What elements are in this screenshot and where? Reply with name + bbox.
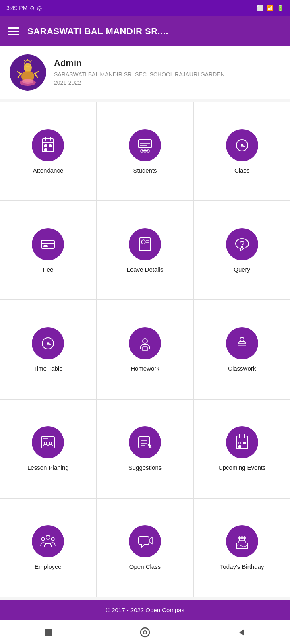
suggestions-label: Suggestions [128, 464, 162, 471]
nav-back-button[interactable] [236, 626, 248, 638]
employee-icon [39, 533, 57, 550]
query-label: Query [234, 266, 250, 273]
grid-item-open-class[interactable]: Open Class [97, 499, 193, 597]
menu-grid: Attendance Students [0, 102, 290, 597]
grid-item-homework[interactable]: Homework [97, 300, 193, 398]
svg-point-81 [241, 537, 243, 539]
grid-item-fee[interactable]: Fee [0, 201, 96, 299]
circle-icon: ⊙ [30, 5, 35, 11]
fee-icon [39, 235, 57, 253]
class-icon [233, 136, 251, 154]
app-header: SARASWATI BAL MANDIR SR.... [0, 16, 290, 46]
svg-point-49 [240, 337, 244, 341]
svg-rect-13 [42, 139, 54, 152]
svg-point-84 [141, 628, 149, 637]
battery-icon: 🔋 [277, 5, 284, 11]
grid-item-employee[interactable]: Employee [0, 499, 96, 597]
grid-item-suggestions[interactable]: Suggestions [97, 400, 193, 498]
svg-rect-18 [49, 145, 51, 147]
timetable-icon-circle [32, 327, 64, 359]
svg-point-46 [143, 339, 147, 343]
svg-point-36 [141, 240, 145, 244]
classwork-label: Classwork [228, 365, 256, 372]
timetable-label: Time Table [33, 365, 63, 372]
homework-icon-circle [129, 327, 161, 359]
lesson-icon [39, 433, 57, 451]
grid-item-class[interactable]: Class [194, 102, 290, 200]
attendance-label: Attendance [33, 167, 63, 174]
svg-rect-34 [44, 246, 47, 247]
profile-section: Admin SARASWATI BAL MANDIR SR. SEC. SCHO… [0, 46, 290, 99]
query-icon [233, 235, 251, 253]
birthday-icon-circle [226, 525, 258, 557]
svg-point-80 [239, 537, 240, 539]
svg-rect-70 [239, 446, 241, 448]
attendance-icon-circle [32, 129, 64, 161]
svg-rect-59 [139, 437, 150, 448]
svg-rect-35 [139, 238, 151, 251]
svg-point-12 [22, 79, 33, 84]
grid-item-students[interactable]: Students [97, 102, 193, 200]
time-display: 3:49 PM [6, 5, 27, 11]
menu-button[interactable] [8, 27, 19, 35]
svg-rect-64 [236, 436, 248, 449]
status-right: ⬜ 📶 🔋 [257, 5, 284, 11]
students-icon [136, 136, 154, 154]
students-icon-circle [129, 129, 161, 161]
nav-bar [0, 620, 290, 644]
svg-point-82 [244, 537, 245, 539]
svg-marker-74 [150, 537, 152, 544]
nav-home-button[interactable] [139, 626, 151, 638]
footer: © 2017 - 2022 Open Compas [0, 600, 290, 620]
profile-name: Admin [54, 58, 225, 68]
openclass-icon [136, 533, 154, 550]
svg-rect-19 [45, 149, 47, 151]
query-icon-circle [226, 228, 258, 260]
employee-label: Employee [35, 563, 62, 570]
students-label: Students [133, 167, 157, 174]
location-icon: ◎ [37, 5, 42, 11]
open-class-label: Open Class [129, 563, 161, 570]
events-icon [233, 433, 251, 451]
grid-item-leave-details[interactable]: Leave Details [97, 201, 193, 299]
svg-marker-86 [239, 629, 244, 636]
lesson-icon-circle [32, 426, 64, 458]
svg-rect-69 [243, 442, 245, 444]
leave-details-label: Leave Details [127, 266, 164, 273]
svg-point-85 [143, 631, 147, 634]
timetable-icon [39, 334, 57, 352]
grid-item-todays-birthday[interactable]: Today's Birthday [194, 499, 290, 597]
grid-item-time-table[interactable]: Time Table [0, 300, 96, 398]
attendance-icon [39, 136, 57, 154]
status-left: 3:49 PM ⊙ ◎ [6, 5, 42, 11]
openclass-icon-circle [129, 525, 161, 557]
class-label: Class [234, 167, 250, 174]
suggestions-icon [136, 433, 154, 451]
svg-point-56 [44, 442, 47, 444]
grid-item-attendance[interactable]: Attendance [0, 102, 96, 200]
status-bar: 3:49 PM ⊙ ◎ ⬜ 📶 🔋 [0, 0, 290, 16]
svg-rect-17 [45, 145, 47, 147]
grid-item-classwork[interactable]: Classwork [194, 300, 290, 398]
grid-item-upcoming-events[interactable]: Upcoming Events [194, 400, 290, 498]
fee-label: Fee [43, 266, 53, 273]
footer-text: © 2017 - 2022 Open Compas [106, 607, 184, 613]
screen-icon: ⬜ [257, 5, 263, 11]
svg-point-71 [46, 535, 50, 539]
svg-rect-32 [41, 240, 54, 248]
homework-label: Homework [130, 365, 160, 372]
classwork-icon-circle [226, 327, 258, 359]
class-icon-circle [226, 129, 258, 161]
svg-line-63 [150, 446, 151, 448]
todays-birthday-label: Today's Birthday [220, 563, 264, 570]
app-title: SARASWATI BAL MANDIR SR.... [27, 26, 168, 37]
grid-item-query[interactable]: Query [194, 201, 290, 299]
leave-icon-circle [129, 228, 161, 260]
svg-point-41 [241, 246, 242, 247]
fee-icon-circle [32, 228, 64, 260]
grid-item-lesson-planing[interactable]: Lesson Planing [0, 400, 96, 498]
leave-icon [136, 235, 154, 253]
upcoming-events-label: Upcoming Events [218, 464, 266, 471]
classwork-icon [233, 334, 251, 352]
nav-square-button[interactable] [42, 626, 54, 638]
